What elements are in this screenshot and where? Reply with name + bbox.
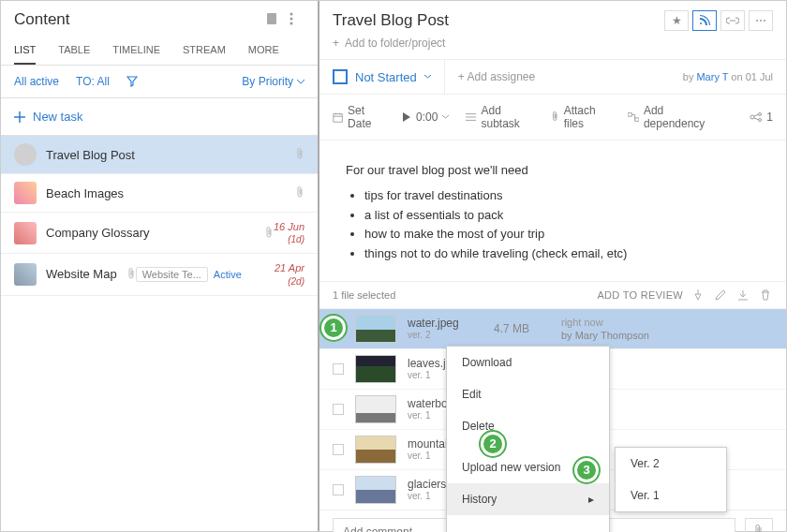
task-date: 16 Jun <box>274 220 304 233</box>
file-thumbnail <box>355 315 396 343</box>
feed-button[interactable] <box>692 10 717 31</box>
more-button[interactable]: ⋯ <box>749 10 773 31</box>
svg-point-7 <box>750 115 754 119</box>
set-date-button[interactable]: Set Date <box>333 104 385 130</box>
star-button[interactable]: ★ <box>664 10 689 31</box>
file-row-water[interactable]: water.jpeg ver. 2 4.7 MB right now by Ma… <box>319 308 786 348</box>
task-meta: 16 Jun (1d) <box>274 220 304 245</box>
task-duration: (1d) <box>274 233 304 245</box>
tab-table[interactable]: TABLE <box>58 38 90 65</box>
add-to-review-button[interactable]: ADD TO REVIEW <box>597 289 683 301</box>
sort-label: By Priority <box>242 75 293 88</box>
author-link[interactable]: Mary T <box>696 71 728 82</box>
file-checkbox[interactable] <box>333 404 344 415</box>
timer-button[interactable]: 0:00 <box>402 111 449 124</box>
task-row-glossary[interactable]: Company Glossary 16 Jun (1d) <box>1 213 318 254</box>
attachment-icon <box>126 268 136 281</box>
share-count-value: 1 <box>766 111 773 124</box>
tab-list[interactable]: LIST <box>14 38 36 65</box>
info-icon[interactable] <box>265 12 280 27</box>
task-date: 21 Apr <box>275 261 304 274</box>
new-task-button[interactable]: New task <box>1 98 318 136</box>
dependency-icon <box>628 112 639 122</box>
desc-item: how to make the most of your trip <box>364 225 760 244</box>
tab-timeline[interactable]: TIMELINE <box>112 38 160 65</box>
content-title: Content <box>14 10 256 29</box>
svg-point-1 <box>290 13 293 16</box>
delete-icon[interactable] <box>760 289 773 301</box>
svg-rect-6 <box>635 118 639 121</box>
status-selector[interactable]: Not Started <box>319 60 445 94</box>
left-panel: Content LIST TABLE TIMELINE STREAM MORE … <box>1 1 319 531</box>
file-name: water.jpeg <box>408 317 483 330</box>
task-title: Travel Blog Post <box>333 11 664 30</box>
add-dependency-button[interactable]: Add dependency <box>628 104 716 130</box>
task-row-travel-blog[interactable]: Travel Blog Post <box>1 136 318 174</box>
attachment-icon <box>295 186 304 200</box>
task-name: Website Map <box>46 267 117 281</box>
ctx-delete[interactable]: Delete <box>447 410 609 442</box>
ctx-add-to-review[interactable]: Add to review <box>447 525 609 532</box>
file-checkbox[interactable] <box>333 484 344 495</box>
avatar <box>14 263 37 286</box>
ctx-download[interactable]: Download <box>447 347 609 378</box>
file-when: right now <box>561 316 649 329</box>
task-row-beach-images[interactable]: Beach Images <box>1 174 318 213</box>
download-icon[interactable] <box>737 289 750 301</box>
plus-icon: + <box>333 37 339 50</box>
history-ver-2[interactable]: Ver. 2 <box>616 448 726 480</box>
view-tabs: LIST TABLE TIMELINE STREAM MORE <box>1 35 318 66</box>
ctx-history-label: History <box>462 493 497 506</box>
filter-icon[interactable] <box>126 76 138 87</box>
tab-stream[interactable]: STREAM <box>183 38 226 65</box>
new-task-label: New task <box>33 110 82 124</box>
desc-intro: For our travel blog post we'll need <box>346 161 760 181</box>
attachment-icon <box>753 525 765 532</box>
file-thumbnail <box>355 436 396 464</box>
history-ver-1[interactable]: Ver. 1 <box>616 480 726 511</box>
files-toolbar: 1 file selected ADD TO REVIEW <box>319 282 786 308</box>
add-assignee[interactable]: + Add assignee <box>445 61 670 93</box>
task-row-website-map[interactable]: Website Map Website Te... Active 21 Apr … <box>1 254 318 295</box>
sort-priority[interactable]: By Priority <box>242 75 304 88</box>
link-button[interactable] <box>720 10 745 31</box>
file-checkbox[interactable] <box>333 363 344 375</box>
task-status: Active <box>214 269 242 280</box>
desc-item: a list of essentials to pack <box>364 206 760 226</box>
more-icon[interactable] <box>290 12 304 27</box>
file-version: ver. 2 <box>408 330 483 340</box>
avatar <box>14 182 37 204</box>
task-folder-tag[interactable]: Website Te... <box>136 267 208 282</box>
chevron-down-icon <box>297 80 304 84</box>
add-to-folder[interactable]: + Add to folder/project <box>319 37 786 60</box>
task-name: Company Glossary <box>46 226 260 240</box>
files-selected-label: 1 file selected <box>333 289 587 301</box>
byline: by Mary T on 01 Jul <box>670 62 786 92</box>
edit-icon[interactable] <box>715 289 728 301</box>
filter-all-active[interactable]: All active <box>14 75 59 88</box>
share-count[interactable]: 1 <box>750 111 773 124</box>
task-name: Travel Blog Post <box>46 148 291 162</box>
attachment-icon <box>295 148 304 161</box>
pin-icon[interactable] <box>692 289 705 301</box>
chevron-right-icon: ▸ <box>588 493 594 506</box>
file-by: by Mary Thompson <box>561 329 649 342</box>
file-thumbnail <box>355 476 396 504</box>
add-subtask-button[interactable]: Add subtask <box>466 104 534 130</box>
ctx-edit[interactable]: Edit <box>447 378 609 410</box>
filter-to-all[interactable]: TO: All <box>76 75 110 88</box>
callout-1: 1 <box>321 316 346 340</box>
task-meta: 21 Apr (2d) <box>275 261 304 287</box>
comment-attach-button[interactable] <box>745 518 773 532</box>
file-checkbox[interactable] <box>333 444 344 455</box>
attach-files-button[interactable]: Attach files <box>551 104 611 130</box>
attachment-icon <box>264 227 274 240</box>
task-description[interactable]: For our travel blog post we'll need tips… <box>319 140 786 282</box>
callout-3: 3 <box>574 458 599 482</box>
desc-item: things not to do while traveling (check … <box>364 244 760 264</box>
ctx-history[interactable]: History ▸ <box>447 483 609 515</box>
file-context-menu: Download Edit Delete Upload new version … <box>446 346 610 532</box>
desc-item: tips for travel destinations <box>364 186 760 206</box>
tab-more[interactable]: MORE <box>248 38 279 65</box>
svg-rect-4 <box>334 113 342 122</box>
